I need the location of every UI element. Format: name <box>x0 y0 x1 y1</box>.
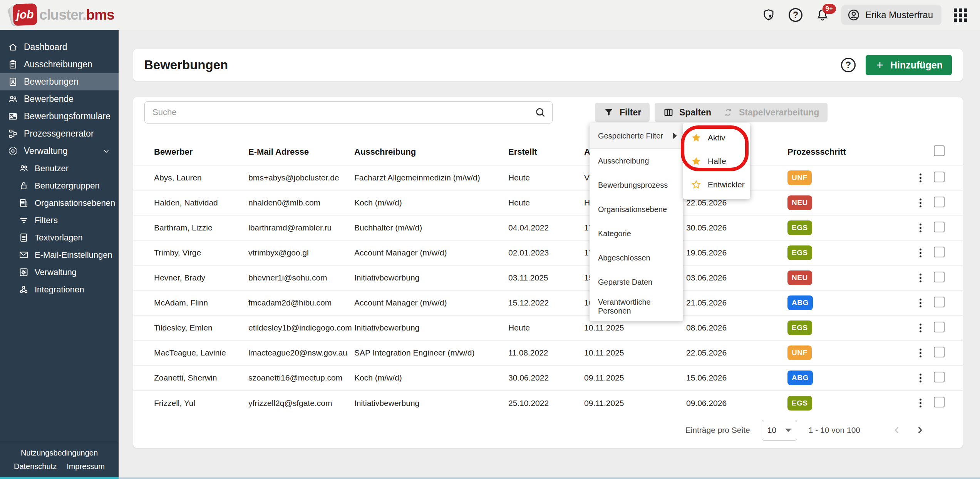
row-checkbox[interactable] <box>934 322 945 332</box>
applications-table-card: Filter Spalten Stapelverarbeitung Bewerb… <box>133 97 963 448</box>
sidebar-item-email-einstellungen[interactable]: E-Mail-Einstellungen <box>0 246 119 264</box>
notifications-bell-icon[interactable]: 9+ <box>814 7 831 23</box>
row-menu-kebab[interactable] <box>916 249 925 257</box>
people-icon <box>18 163 29 174</box>
table-row[interactable]: MacTeague, Lavinie lmacteague20@nsw.gov.… <box>133 340 963 366</box>
sidebar-item-bewerbungsformulare[interactable]: Bewerbungsformulare <box>0 108 119 125</box>
sidebar-item-verwaltung-admin[interactable]: Verwaltung <box>0 264 119 281</box>
cell-email: lmacteague20@nsw.gov.au <box>248 348 354 357</box>
table-row[interactable]: Tildesley, Emlen etildesley1b@indiegogo.… <box>133 315 963 340</box>
row-checkbox[interactable] <box>934 347 945 357</box>
status-badge: EGS <box>787 396 812 411</box>
menu-item-abgeschlossen[interactable]: Abgeschlossen <box>590 246 683 270</box>
cell-email: etildesley1b@indiegogo.com <box>248 323 354 332</box>
select-all-checkbox[interactable] <box>934 145 945 156</box>
table-row[interactable]: Abys, Lauren bms+abys@jobcluster.de Fach… <box>133 165 963 190</box>
menu-item-verantwortliche-personen[interactable]: Verantwortliche Personen <box>590 294 683 319</box>
cell-col5: 10.11.2025 <box>584 348 686 357</box>
sidebar-item-verwaltung-group[interactable]: Verwaltung <box>0 142 119 160</box>
admin-shield-icon[interactable] <box>761 7 777 23</box>
sidebar-item-organisationsebenen[interactable]: Organisationsebenen <box>0 194 119 212</box>
cell-col6: 19.05.2026 <box>686 248 787 257</box>
table-row[interactable]: Frizzell, Yul yfrizzell2q@sfgate.com Ini… <box>133 391 963 416</box>
sidebar-item-benutzer[interactable]: Benutzer <box>0 160 119 177</box>
row-menu-kebab[interactable] <box>916 324 925 332</box>
columns-button[interactable]: Spalten <box>655 103 720 122</box>
help-icon[interactable]: ? <box>787 7 804 23</box>
cell-col5: 09.11.2025 <box>584 399 686 408</box>
table-row[interactable]: Trimby, Virge vtrimbyx@goo.gl Account Ma… <box>133 240 963 265</box>
submenu-arrow-icon <box>673 133 677 139</box>
form-card-icon <box>8 111 18 122</box>
page-help-icon[interactable]: ? <box>841 58 856 72</box>
row-menu-kebab[interactable] <box>916 274 925 282</box>
saved-filter-aktiv[interactable]: Aktiv <box>683 126 750 149</box>
next-page-icon[interactable] <box>914 424 926 436</box>
row-checkbox[interactable] <box>934 272 945 282</box>
page-size-select[interactable]: 10 <box>762 420 797 441</box>
row-menu-kebab[interactable] <box>916 299 925 307</box>
search-input[interactable] <box>144 101 553 124</box>
user-menu[interactable]: Erika Musterfrau <box>841 5 941 25</box>
sidebar-item-dashboard[interactable]: Dashboard <box>0 38 119 56</box>
row-checkbox[interactable] <box>934 372 945 382</box>
sidebar-item-ausschreibungen[interactable]: Ausschreibungen <box>0 56 119 73</box>
sidebar-item-benutzergruppen[interactable]: Benutzergruppen <box>0 177 119 194</box>
status-badge: UNF <box>787 170 812 185</box>
cell-erstellt: 04.04.2022 <box>508 223 584 232</box>
menu-item-bewerbungsprozess[interactable]: Bewerbungsprozess <box>590 173 683 197</box>
envelope-icon <box>18 250 29 260</box>
row-menu-kebab[interactable] <box>916 349 925 357</box>
row-menu-kebab[interactable] <box>916 224 925 232</box>
saved-filter-entwickler[interactable]: Entwickler <box>683 173 750 196</box>
link-datenschutz[interactable]: Datenschutz <box>14 462 57 471</box>
sidebar-item-bewerbende[interactable]: Bewerbende <box>0 90 119 108</box>
menu-item-gespeicherte-filter[interactable]: Gespeicherte Filter <box>590 123 683 149</box>
sync-icon <box>723 107 734 118</box>
cell-email: bms+abys@jobcluster.de <box>248 173 354 182</box>
table-row[interactable]: McAdam, Flinn fmcadam2d@hibu.com Account… <box>133 290 963 315</box>
chevron-down-icon <box>102 147 111 156</box>
row-menu-kebab[interactable] <box>916 374 925 382</box>
search-icon[interactable] <box>534 106 546 118</box>
app-logo[interactable]: job cluster.bms <box>10 3 114 27</box>
row-menu-kebab[interactable] <box>916 174 925 182</box>
menu-item-ausschreibung[interactable]: Ausschreibung <box>590 149 683 173</box>
sidebar-item-textvorlagen[interactable]: Textvorlagen <box>0 229 119 246</box>
row-checkbox[interactable] <box>934 222 945 232</box>
cell-col6: 03.06.2026 <box>686 273 787 282</box>
filter-button[interactable]: Filter <box>595 103 650 122</box>
row-menu-kebab[interactable] <box>916 399 925 407</box>
row-checkbox[interactable] <box>934 197 945 207</box>
row-checkbox[interactable] <box>934 397 945 407</box>
cell-ausschreibung: Account Manager (m/w/d) <box>354 298 508 307</box>
row-menu-kebab[interactable] <box>916 199 925 207</box>
status-badge: EGS <box>787 320 812 335</box>
sidebar-item-bewerbungen[interactable]: Bewerbungen <box>0 73 119 90</box>
table-row[interactable]: Halden, Natividad nhalden0@mlb.com Koch … <box>133 190 963 215</box>
cell-ausschreibung: Initiativbewerbung <box>354 399 508 408</box>
previous-page-icon[interactable] <box>891 424 903 436</box>
sidebar-item-filters[interactable]: Filters <box>0 212 119 229</box>
menu-item-organisationsebene[interactable]: Organisationsebene <box>590 197 683 222</box>
sidebar-item-prozessgenerator[interactable]: Prozessgenerator <box>0 125 119 142</box>
saved-filter-halle[interactable]: Halle <box>683 149 750 173</box>
user-avatar-icon <box>847 8 861 22</box>
row-checkbox[interactable] <box>934 297 945 307</box>
row-checkbox[interactable] <box>934 172 945 182</box>
page-title: Bewerbungen <box>144 58 228 72</box>
cell-bewerber: Trimby, Virge <box>154 248 248 257</box>
apps-grid-icon[interactable] <box>952 7 968 23</box>
table-row[interactable]: Zoanetti, Sherwin szoanetti16@meetup.com… <box>133 366 963 391</box>
menu-item-geparste-daten[interactable]: Geparste Daten <box>590 270 683 294</box>
menu-item-kategorie[interactable]: Kategorie <box>590 222 683 246</box>
table-row[interactable]: Hevner, Brady bhevner1i@sohu.com Initiat… <box>133 265 963 290</box>
add-button[interactable]: Hinzufügen <box>866 55 952 75</box>
link-nutzungsbedingungen[interactable]: Nutzungsbedingungen <box>0 449 119 457</box>
table-row[interactable]: Barthram, Lizzie lbarthramd@rambler.ru B… <box>133 215 963 240</box>
link-impressum[interactable]: Impressum <box>67 462 105 471</box>
building-icon <box>18 198 29 208</box>
sidebar-item-integrationen[interactable]: Integrationen <box>0 281 119 298</box>
row-checkbox[interactable] <box>934 247 945 257</box>
batch-processing-button[interactable]: Stapelverarbeitung <box>714 103 828 122</box>
